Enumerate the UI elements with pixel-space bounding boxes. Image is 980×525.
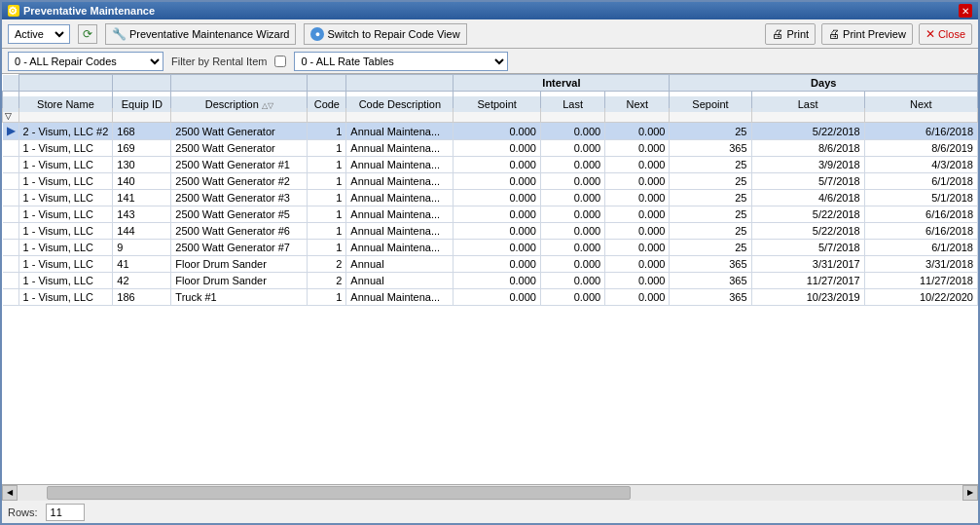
- wizard-button[interactable]: 🔧 Preventative Maintenance Wizard: [105, 23, 296, 45]
- switch-label: Switch to Repair Code View: [327, 28, 459, 40]
- equip-id-col-header[interactable]: Equip ID: [113, 95, 171, 112]
- days-next-col-header[interactable]: Next: [864, 95, 977, 112]
- row-description: Truck #1: [171, 289, 308, 306]
- filter-rental-checkbox[interactable]: [274, 56, 286, 67]
- row-interval-next: 0.000: [605, 256, 670, 273]
- scroll-thumb[interactable]: [47, 486, 631, 500]
- row-store: 1 - Visum, LLC: [18, 190, 113, 206]
- store-name-header-group: [18, 75, 113, 92]
- table-row[interactable]: 1 - Visum, LLC1412500 Watt Generator #31…: [3, 190, 978, 206]
- row-interval-next: 0.000: [605, 123, 670, 140]
- row-interval-setpoint: 0.000: [454, 273, 541, 289]
- store-name-col-header[interactable]: Store Name: [18, 95, 113, 112]
- interval-last-col-header[interactable]: Last: [540, 95, 604, 112]
- rows-label: Rows:: [8, 506, 38, 518]
- row-code: 1: [308, 190, 346, 206]
- table-row[interactable]: 1 - Visum, LLC1402500 Watt Generator #21…: [3, 173, 978, 190]
- table-row[interactable]: 1 - Visum, LLC1432500 Watt Generator #51…: [3, 206, 978, 223]
- row-days-last: 10/23/2019: [751, 289, 864, 306]
- table-row[interactable]: 1 - Visum, LLC1692500 Watt Generator1Ann…: [3, 140, 978, 157]
- column-header-row: Store Name Equip ID Description △▽ Code …: [3, 92, 978, 108]
- row-arrow: [3, 140, 19, 157]
- code-header-group: [308, 75, 346, 92]
- interval-setpoint-col-header[interactable]: Setpoint: [454, 95, 541, 112]
- row-description: Floor Drum Sander: [171, 273, 308, 289]
- row-code: 2: [308, 256, 346, 273]
- row-code-desc: Annual Maintena...: [346, 206, 454, 223]
- row-days-next: 5/1/2018: [864, 190, 977, 206]
- row-store: 2 - Visum, LLC #2: [18, 123, 113, 140]
- interval-next-col-header[interactable]: Next: [605, 95, 670, 112]
- row-equip-id: 186: [113, 289, 171, 306]
- row-description: 2500 Watt Generator #3: [171, 190, 308, 206]
- row-arrow: ▶: [3, 123, 19, 140]
- row-interval-next: 0.000: [605, 173, 670, 190]
- refresh-button[interactable]: ⟳: [78, 24, 97, 44]
- equip-id-header-group: [113, 75, 171, 92]
- row-days-next: 6/1/2018: [864, 240, 977, 256]
- filter-funnel-icon: ▽: [5, 111, 12, 121]
- row-days-next: 10/22/2020: [864, 289, 977, 306]
- scroll-left-arrow[interactable]: ◀: [2, 485, 18, 501]
- switch-circle-icon: ●: [310, 27, 324, 41]
- row-interval-setpoint: 0.000: [454, 223, 541, 240]
- row-equip-id: 42: [113, 273, 171, 289]
- table-row[interactable]: 1 - Visum, LLC186Truck #11Annual Mainten…: [3, 289, 978, 306]
- table-container[interactable]: Interval Days Store Name Equip ID Descri…: [2, 74, 978, 484]
- code-desc-col-header[interactable]: Code Description: [346, 95, 454, 112]
- repair-code-select[interactable]: 0 - ALL Repair Codes: [8, 52, 163, 71]
- table-row[interactable]: 1 - Visum, LLC92500 Watt Generator #71An…: [3, 240, 978, 256]
- horizontal-scrollbar[interactable]: ◀ ▶: [2, 484, 978, 500]
- scroll-track[interactable]: [18, 485, 962, 501]
- filter-bar: 0 - ALL Repair Codes Filter by Rental It…: [2, 49, 978, 74]
- row-code: 1: [308, 173, 346, 190]
- row-interval-next: 0.000: [605, 273, 670, 289]
- row-days-last: 5/7/2018: [751, 240, 864, 256]
- row-days-setpoint: 25: [670, 206, 751, 223]
- row-equip-id: 130: [113, 157, 171, 173]
- row-code: 1: [308, 206, 346, 223]
- toolbar: Active Inactive All ⟳ 🔧 Preventative Mai…: [2, 19, 978, 49]
- description-header-group: [171, 75, 308, 92]
- row-days-next: 11/27/2018: [864, 273, 977, 289]
- active-select[interactable]: Active Inactive All: [11, 27, 67, 41]
- print-button[interactable]: 🖨 Print: [765, 23, 816, 45]
- active-dropdown[interactable]: Active Inactive All: [8, 24, 70, 44]
- table-row[interactable]: 1 - Visum, LLC1442500 Watt Generator #61…: [3, 223, 978, 240]
- row-days-setpoint: 25: [670, 123, 751, 140]
- close-button[interactable]: ✕ Close: [919, 23, 972, 45]
- row-days-setpoint: 365: [670, 256, 751, 273]
- row-days-setpoint: 25: [670, 223, 751, 240]
- wizard-label: Preventative Maintenance Wizard: [129, 28, 289, 40]
- days-setpoint-col-header[interactable]: Sepoint: [670, 95, 751, 112]
- table-row[interactable]: 1 - Visum, LLC41Floor Drum Sander2Annual…: [3, 256, 978, 273]
- switch-view-button[interactable]: ● Switch to Repair Code View: [304, 23, 466, 45]
- table-row[interactable]: 1 - Visum, LLC1302500 Watt Generator #11…: [3, 157, 978, 173]
- row-interval-last: 0.000: [540, 289, 604, 306]
- print-icon: 🖨: [772, 27, 783, 41]
- row-days-last: 8/6/2018: [751, 140, 864, 157]
- row-days-last: 11/27/2017: [751, 273, 864, 289]
- row-interval-setpoint: 0.000: [454, 240, 541, 256]
- window-close-button[interactable]: ✕: [959, 4, 972, 18]
- print-preview-button[interactable]: 🖨 Print Preview: [821, 23, 913, 45]
- switch-icon: ●: [310, 27, 324, 41]
- status-bar: Rows:: [2, 500, 978, 523]
- days-last-col-header[interactable]: Last: [751, 95, 864, 112]
- description-col-header[interactable]: Description △▽: [171, 95, 308, 112]
- row-days-next: 8/6/2019: [864, 140, 977, 157]
- row-days-setpoint: 365: [670, 273, 751, 289]
- row-store: 1 - Visum, LLC: [18, 173, 113, 190]
- scroll-right-arrow[interactable]: ▶: [962, 485, 978, 501]
- row-equip-id: 144: [113, 223, 171, 240]
- table-row[interactable]: 1 - Visum, LLC42Floor Drum Sander2Annual…: [3, 273, 978, 289]
- table-row[interactable]: ▶2 - Visum, LLC #21682500 Watt Generator…: [3, 123, 978, 140]
- row-store: 1 - Visum, LLC: [18, 256, 113, 273]
- toolbar-right: 🖨 Print 🖨 Print Preview ✕ Close: [765, 23, 972, 45]
- row-code: 1: [308, 223, 346, 240]
- row-interval-last: 0.000: [540, 206, 604, 223]
- code-col-header[interactable]: Code: [308, 95, 346, 112]
- row-interval-last: 0.000: [540, 273, 604, 289]
- rate-table-select[interactable]: 0 - ALL Rate Tables: [294, 52, 508, 71]
- row-days-setpoint: 365: [670, 289, 751, 306]
